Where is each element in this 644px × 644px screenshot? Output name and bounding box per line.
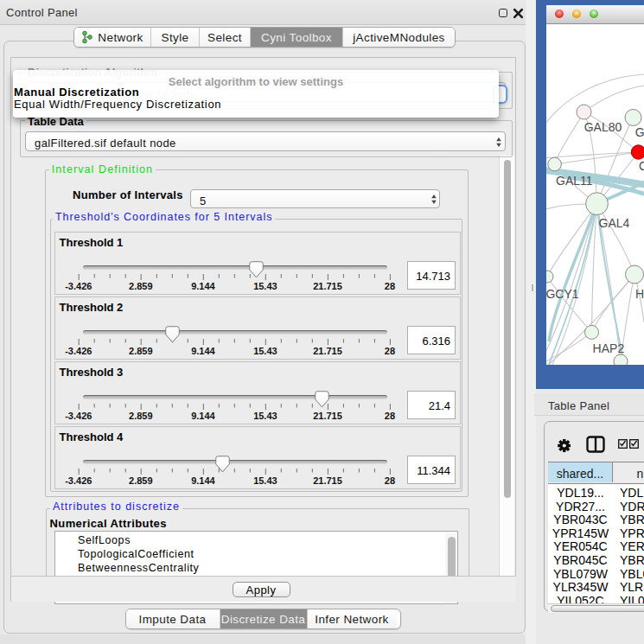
svg-text:GCY1: GCY1 <box>546 287 579 301</box>
svg-text:C: C <box>639 159 644 173</box>
svg-text:H: H <box>635 287 644 301</box>
svg-text:GAL4: GAL4 <box>598 216 629 230</box>
svg-text:GAL80: GAL80 <box>583 120 622 134</box>
svg-text:HAP2: HAP2 <box>592 341 624 355</box>
svg-text:GAL11: GAL11 <box>556 174 593 188</box>
svg-text:GA: GA <box>634 125 643 139</box>
